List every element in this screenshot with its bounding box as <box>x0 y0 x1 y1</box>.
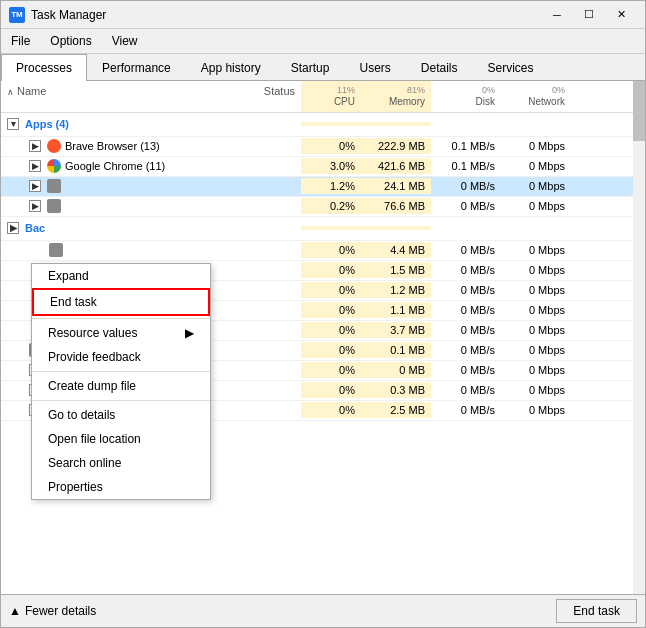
chrome-icon <box>47 159 61 173</box>
ctx-separator-2 <box>32 371 210 372</box>
ctx-create-dump[interactable]: Create dump file <box>32 374 210 398</box>
col-name-label: Name <box>17 85 46 97</box>
window-title: Task Manager <box>31 8 541 22</box>
title-bar: TM Task Manager ─ ☐ ✕ <box>1 1 645 29</box>
ctx-properties[interactable]: Properties <box>32 475 210 499</box>
group-apps-label: ▾ Apps (4) <box>1 116 231 132</box>
ctx-open-file[interactable]: Open file location <box>32 427 210 451</box>
col-cpu[interactable]: 11% CPU <box>301 81 361 112</box>
row-name-brave: ▶ Brave Browser (13) <box>1 137 231 155</box>
row-name-selected: ▶ <box>1 177 231 195</box>
minimize-button[interactable]: ─ <box>541 5 573 25</box>
tab-startup[interactable]: Startup <box>276 54 345 81</box>
generic-icon <box>47 199 61 213</box>
col-name[interactable]: ∧ Name <box>1 81 231 112</box>
ctx-end-task[interactable]: End task <box>32 288 210 316</box>
expand-4[interactable]: ▶ <box>29 200 41 212</box>
menu-view[interactable]: View <box>102 31 148 51</box>
scrollbar-track[interactable] <box>633 81 645 594</box>
scrollbar-thumb[interactable] <box>633 81 645 141</box>
table-row-selected[interactable]: ▶ 1.2% 24.1 MB 0 MB/s 0 Mbps <box>1 177 645 197</box>
ctx-provide-feedback[interactable]: Provide feedback <box>32 345 210 369</box>
expand-chrome[interactable]: ▶ <box>29 160 41 172</box>
ctx-expand[interactable]: Expand <box>32 264 210 288</box>
fewer-details-button[interactable]: ▲ Fewer details <box>9 604 96 618</box>
expand-selected[interactable]: ▶ <box>29 180 41 192</box>
end-task-button[interactable]: End task <box>556 599 637 623</box>
expand-brave[interactable]: ▶ <box>29 140 41 152</box>
brave-icon <box>47 139 61 153</box>
task-manager-window: TM Task Manager ─ ☐ ✕ File Options View … <box>0 0 646 628</box>
generic-icon <box>49 243 63 257</box>
context-menu: Expand End task Resource values ▶ Provid… <box>31 263 211 500</box>
tab-users[interactable]: Users <box>344 54 405 81</box>
tab-app-history[interactable]: App history <box>186 54 276 81</box>
generic-icon <box>47 179 61 193</box>
window-controls: ─ ☐ ✕ <box>541 5 637 25</box>
maximize-button[interactable]: ☐ <box>573 5 605 25</box>
tab-bar: Processes Performance App history Startu… <box>1 54 645 81</box>
group-header-apps[interactable]: ▾ Apps (4) <box>1 113 645 137</box>
col-network[interactable]: 0% Network <box>501 81 571 112</box>
table-row[interactable]: ▶ 0.2% 76.6 MB 0 MB/s 0 Mbps <box>1 197 645 217</box>
row-name-chrome: ▶ Google Chrome (11) <box>1 157 231 175</box>
col-memory[interactable]: 81% Memory <box>361 81 431 112</box>
app-icon: TM <box>9 7 25 23</box>
tab-details[interactable]: Details <box>406 54 473 81</box>
col-disk[interactable]: 0% Disk <box>431 81 501 112</box>
menu-bar: File Options View <box>1 29 645 54</box>
bottom-bar: ▲ Fewer details End task <box>1 594 645 627</box>
ctx-resource-values[interactable]: Resource values ▶ <box>32 321 210 345</box>
ctx-separator-1 <box>32 318 210 319</box>
tab-processes[interactable]: Processes <box>1 54 87 81</box>
group-header-bac[interactable]: ▶ Bac <box>1 217 645 241</box>
table-row[interactable]: ▶ Google Chrome (11) 3.0% 421.6 MB 0.1 M… <box>1 157 645 177</box>
chevron-up-icon: ▲ <box>9 604 21 618</box>
main-content: ∧ Name Status 11% CPU 81% Memory 0% Disk… <box>1 81 645 594</box>
group-expand-apps[interactable]: ▾ <box>7 118 19 130</box>
sort-arrow-icon: ∧ <box>7 87 14 97</box>
col-status[interactable]: Status <box>231 81 301 112</box>
ctx-search-online[interactable]: Search online <box>32 451 210 475</box>
close-button[interactable]: ✕ <box>605 5 637 25</box>
group-expand-bac[interactable]: ▶ <box>7 222 19 234</box>
row-name-4: ▶ <box>1 197 231 215</box>
table-header: ∧ Name Status 11% CPU 81% Memory 0% Disk… <box>1 81 645 113</box>
tab-services[interactable]: Services <box>473 54 549 81</box>
menu-options[interactable]: Options <box>40 31 101 51</box>
ctx-separator-3 <box>32 400 210 401</box>
menu-file[interactable]: File <box>1 31 40 51</box>
group-bac-label: ▶ Bac <box>1 220 231 236</box>
table-row[interactable]: ▶ Brave Browser (13) 0% 222.9 MB 0.1 MB/… <box>1 137 645 157</box>
table-row[interactable]: 0% 4.4 MB 0 MB/s 0 Mbps <box>1 241 645 261</box>
tab-performance[interactable]: Performance <box>87 54 186 81</box>
ctx-go-to-details[interactable]: Go to details <box>32 403 210 427</box>
submenu-arrow-icon: ▶ <box>185 326 194 340</box>
